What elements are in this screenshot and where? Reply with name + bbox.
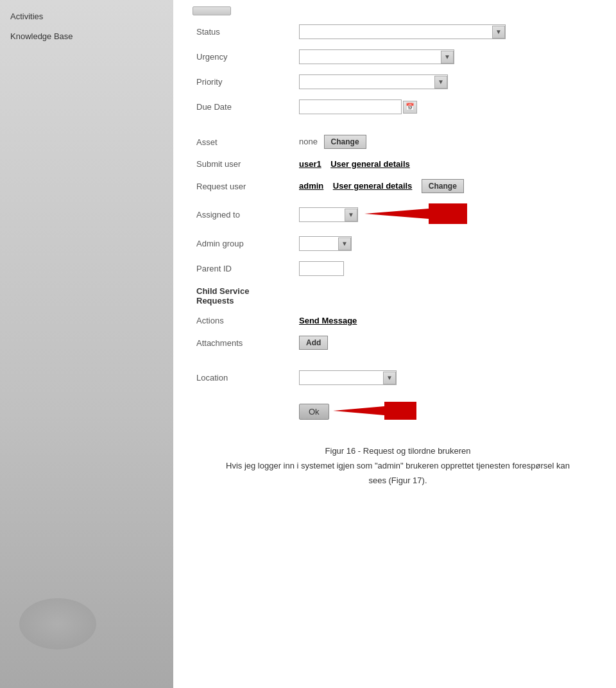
main-content: Status Open ▼ Urgency Very High ▼ <box>173 0 616 688</box>
figure-caption-body2: sees (Figur 17). <box>193 476 603 485</box>
assigned-to-container: admin ▼ <box>299 203 599 226</box>
asset-row: Asset none Change <box>193 130 603 154</box>
status-input[interactable]: Open <box>300 25 492 39</box>
spacer-row-1 <box>193 119 603 130</box>
location-value-cell: select location ▼ <box>295 365 603 390</box>
ok-container: Ok <box>299 402 599 422</box>
child-service-header: Child Service Requests <box>196 286 249 305</box>
status-row: Status Open ▼ <box>193 19 603 44</box>
form-table: Status Open ▼ Urgency Very High ▼ <box>193 19 603 427</box>
urgency-label: Urgency <box>193 44 295 69</box>
ok-button[interactable]: Ok <box>299 404 329 420</box>
svg-marker-0 <box>364 203 467 224</box>
parent-id-input[interactable] <box>299 261 344 276</box>
actions-row: Actions Send Message <box>193 311 603 331</box>
priority-select-wrapper[interactable]: Highest ▼ <box>299 74 448 89</box>
priority-dropdown-arrow[interactable]: ▼ <box>434 76 447 89</box>
parent-id-label: Parent ID <box>193 256 295 281</box>
location-dropdown-arrow[interactable]: ▼ <box>383 372 396 384</box>
sidebar-item-knowledge-base[interactable]: Knowledge Base <box>0 26 173 46</box>
submit-user-link[interactable]: user1 <box>299 159 321 169</box>
child-service-value-cell <box>295 281 603 311</box>
submit-user-details-link[interactable]: User general details <box>330 159 410 169</box>
assigned-to-label: Assigned to <box>193 198 295 231</box>
request-user-link[interactable]: admin <box>299 181 323 191</box>
admin-group-dropdown-arrow[interactable]: ▼ <box>338 237 351 250</box>
urgency-select-wrapper[interactable]: Very High ▼ <box>299 49 454 64</box>
assigned-to-input[interactable]: admin <box>300 208 345 221</box>
status-dropdown-arrow[interactable]: ▼ <box>492 26 505 39</box>
priority-label: Priority <box>193 69 295 94</box>
parent-id-value-cell <box>295 256 603 281</box>
calendar-icon[interactable]: 📅 <box>403 101 417 114</box>
status-label: Status <box>193 19 295 44</box>
submit-user-value-cell: user1 User general details <box>295 154 603 174</box>
urgency-input[interactable]: Very High <box>300 50 441 64</box>
urgency-value-cell: Very High ▼ <box>295 44 603 69</box>
attachments-value-cell: Add <box>295 331 603 355</box>
ok-red-arrow <box>333 402 416 422</box>
request-user-change-button[interactable]: Change <box>422 179 464 193</box>
priority-value-cell: Highest ▼ <box>295 69 603 94</box>
parent-id-row: Parent ID <box>193 256 603 281</box>
attachments-add-button[interactable]: Add <box>299 336 328 350</box>
sidebar-item-activities[interactable]: Activities <box>0 6 173 26</box>
send-message-link[interactable]: Send Message <box>299 316 357 325</box>
sidebar: Activities Knowledge Base <box>0 0 173 688</box>
admin-group-select-wrapper[interactable]: none ▼ <box>299 236 352 251</box>
ok-value-cell: Ok <box>295 390 603 427</box>
child-service-label: Child Service Requests <box>193 281 295 311</box>
urgency-dropdown-arrow[interactable]: ▼ <box>441 51 454 64</box>
due-date-label: Due Date <box>193 94 295 119</box>
location-label: Location <box>193 365 295 390</box>
status-value-cell: Open ▼ <box>295 19 603 44</box>
asset-change-button[interactable]: Change <box>324 135 366 149</box>
location-row: Location select location ▼ <box>193 365 603 390</box>
request-user-row: Request user admin User general details … <box>193 174 603 198</box>
status-select-wrapper[interactable]: Open ▼ <box>299 24 506 39</box>
priority-row: Priority Highest ▼ <box>193 69 603 94</box>
assigned-to-select-wrapper[interactable]: admin ▼ <box>299 207 358 222</box>
asset-none-text: none <box>299 137 318 146</box>
svg-marker-1 <box>333 402 416 420</box>
spacer-row-2 <box>193 355 603 365</box>
assigned-to-dropdown-arrow[interactable]: ▼ <box>345 209 357 221</box>
sidebar-decoration <box>19 598 96 649</box>
admin-group-input[interactable]: none <box>300 237 338 250</box>
due-date-value-cell: 📅 <box>295 94 603 119</box>
urgency-row: Urgency Very High ▼ <box>193 44 603 69</box>
admin-group-value-cell: none ▼ <box>295 231 603 256</box>
actions-label: Actions <box>193 311 295 331</box>
priority-input[interactable]: Highest <box>300 75 434 89</box>
asset-label: Asset <box>193 130 295 154</box>
assigned-to-red-arrow <box>364 203 467 226</box>
asset-value-cell: none Change <box>295 130 603 154</box>
request-user-details-link[interactable]: User general details <box>333 181 413 191</box>
ok-label-cell <box>193 390 295 427</box>
request-user-value-cell: admin User general details Change <box>295 174 603 198</box>
admin-group-row: Admin group none ▼ <box>193 231 603 256</box>
location-select-wrapper[interactable]: select location ▼ <box>299 370 397 385</box>
due-date-input[interactable] <box>299 99 402 114</box>
figure-caption-title: Figur 16 - Request og tilordne brukeren <box>193 446 603 456</box>
admin-group-label: Admin group <box>193 231 295 256</box>
figure-caption-body: Hvis jeg logger inn i systemet igjen som… <box>193 461 603 470</box>
figure-caption: Figur 16 - Request og tilordne brukeren … <box>193 446 603 485</box>
assigned-to-row: Assigned to admin ▼ <box>193 198 603 231</box>
top-status-bar <box>193 6 231 15</box>
submit-user-label: Submit user <box>193 154 295 174</box>
attachments-row: Attachments Add <box>193 331 603 355</box>
location-input[interactable]: select location <box>300 371 383 384</box>
submit-user-row: Submit user user1 User general details <box>193 154 603 174</box>
ok-row: Ok <box>193 390 603 427</box>
attachments-label: Attachments <box>193 331 295 355</box>
child-service-row: Child Service Requests <box>193 281 603 311</box>
assigned-to-value-cell: admin ▼ <box>295 198 603 231</box>
actions-value-cell: Send Message <box>295 311 603 331</box>
request-user-label: Request user <box>193 174 295 198</box>
due-date-row: Due Date 📅 <box>193 94 603 119</box>
